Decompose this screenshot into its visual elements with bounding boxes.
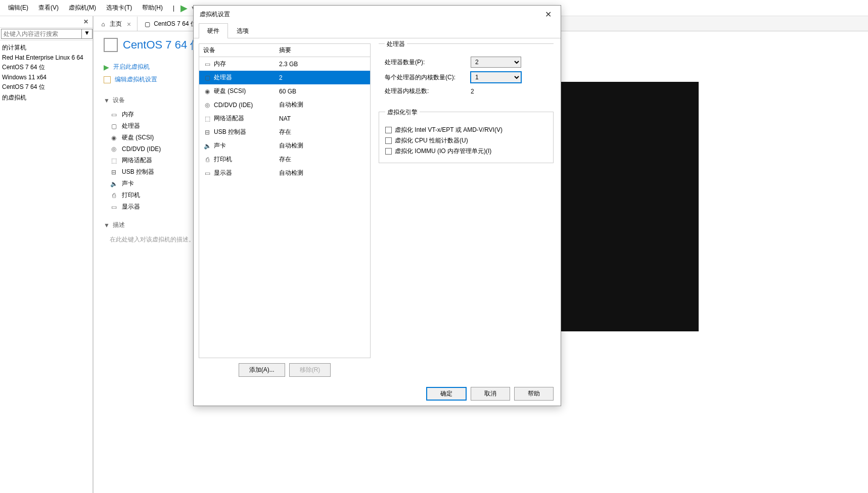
home-icon: ⌂ <box>100 21 107 28</box>
tab-close-icon[interactable]: × <box>127 20 131 28</box>
device-name: 网络适配器 <box>214 114 244 123</box>
device-name: 显示器 <box>214 169 232 177</box>
add-button[interactable]: 添加(A)... <box>239 363 285 377</box>
network-icon: ⬚ <box>203 115 211 123</box>
menu-edit[interactable]: 编辑(E) <box>4 2 32 14</box>
menu-help[interactable]: 帮助(H) <box>138 2 167 14</box>
device-name: 处理器 <box>122 122 140 130</box>
device-summary: 2.3 GB <box>275 58 370 70</box>
sound-icon: 🔈 <box>203 142 211 150</box>
device-name: 声卡 <box>122 179 134 188</box>
device-summary: 2 <box>275 71 370 84</box>
device-row[interactable]: 🔈声卡 自动检测 <box>199 139 370 153</box>
group-title: 虚拟化引擎 <box>385 108 420 117</box>
tree-item[interactable]: CentOS 7 64 位 <box>0 62 93 73</box>
cores-label: 每个处理器的内核数量(C): <box>385 73 471 82</box>
device-name: 网络适配器 <box>122 156 152 165</box>
device-row[interactable]: ⎙打印机 存在 <box>199 153 370 166</box>
vm-title-icon <box>104 38 118 52</box>
device-name: 硬盘 (SCSI) <box>122 133 154 142</box>
checkbox-label: 虚拟化 CPU 性能计数器(U) <box>395 136 468 145</box>
device-name: 打印机 <box>214 155 232 164</box>
cancel-button[interactable]: 取消 <box>471 387 510 401</box>
cpu-icon: ▢ <box>110 122 118 130</box>
tree-item[interactable]: Red Hat Enterprise Linux 6 64 <box>0 53 93 62</box>
menu-tabs[interactable]: 选项卡(T) <box>102 2 136 14</box>
tab-options[interactable]: 选项 <box>228 23 257 38</box>
ok-button[interactable]: 确定 <box>426 387 467 401</box>
device-name: USB 控制器 <box>214 128 246 136</box>
network-icon: ⬚ <box>110 157 118 165</box>
tree-item[interactable]: Windows 11 x64 <box>0 73 93 82</box>
menu-view[interactable]: 查看(V) <box>34 2 63 14</box>
play-icon[interactable]: ▶ <box>180 3 188 14</box>
collapse-icon: ▼ <box>104 97 110 104</box>
device-summary: 自动检测 <box>275 139 370 152</box>
sidebar-close-icon[interactable]: ✕ <box>80 17 92 26</box>
device-name: 内存 <box>214 60 226 68</box>
memory-icon: ▭ <box>203 60 211 68</box>
dialog-close-icon[interactable]: ✕ <box>542 9 555 20</box>
dialog-title: 虚拟机设置 <box>200 10 230 19</box>
menu-vm[interactable]: 虚拟机(M) <box>65 2 100 14</box>
device-name: 声卡 <box>214 141 226 150</box>
checkbox-icon[interactable] <box>385 148 392 155</box>
action-label: 开启此虚拟机 <box>113 63 150 71</box>
iommu-checkbox-row[interactable]: 虚拟化 IOMMU (IO 内存管理单元)(I) <box>385 146 547 157</box>
section-title: 设备 <box>113 96 125 105</box>
device-summary: 60 GB <box>275 85 370 97</box>
cpu-perf-checkbox-row[interactable]: 虚拟化 CPU 性能计数器(U) <box>385 135 547 146</box>
printer-icon: ⎙ <box>110 191 118 200</box>
device-summary: 存在 <box>275 153 370 166</box>
total-label: 处理器内核总数: <box>385 87 471 95</box>
tab-hardware[interactable]: 硬件 <box>199 23 228 38</box>
disk-icon: ◉ <box>110 134 118 142</box>
printer-icon: ⎙ <box>203 156 211 164</box>
device-name: 内存 <box>122 110 134 119</box>
cpu-icon: ▢ <box>203 74 211 82</box>
device-name: 打印机 <box>122 191 140 200</box>
device-summary: 存在 <box>275 126 370 138</box>
virtualization-engine-group: 虚拟化引擎 虚拟化 Intel VT-x/EPT 或 AMD-V/RVI(V) … <box>379 112 554 163</box>
remove-button: 移除(R) <box>289 363 331 377</box>
device-row[interactable]: ⊟USB 控制器 存在 <box>199 125 370 139</box>
tree-item[interactable]: CentOS 7 64 位 <box>0 82 93 92</box>
group-title: 处理器 <box>385 40 407 48</box>
device-row[interactable]: ◎CD/DVD (IDE) 自动检测 <box>199 98 370 112</box>
device-summary: 自动检测 <box>275 167 370 179</box>
checkbox-icon[interactable] <box>385 127 392 133</box>
sound-icon: 🔈 <box>110 180 118 188</box>
device-summary: NAT <box>275 112 370 125</box>
total-value: 2 <box>471 88 474 95</box>
device-name: 处理器 <box>214 73 232 82</box>
tab-home[interactable]: ⌂ 主页 × <box>94 16 138 31</box>
vtx-checkbox-row[interactable]: 虚拟化 Intel VT-x/EPT 或 AMD-V/RVI(V) <box>385 125 547 135</box>
device-row[interactable]: ⬚网络适配器 NAT <box>199 112 370 125</box>
settings-icon <box>104 76 111 83</box>
checkbox-label: 虚拟化 IOMMU (IO 内存管理单元)(I) <box>395 147 491 156</box>
tree-item[interactable]: 的虚拟机 <box>0 92 93 103</box>
section-title: 描述 <box>113 221 125 229</box>
device-row[interactable]: ▢处理器 2 <box>199 71 370 84</box>
checkbox-icon[interactable] <box>385 137 392 144</box>
display-icon: ▭ <box>110 203 118 211</box>
action-label: 编辑虚拟机设置 <box>115 75 157 84</box>
device-name: 硬盘 (SCSI) <box>214 87 246 95</box>
cd-icon: ◎ <box>203 101 211 109</box>
device-row[interactable]: ◉硬盘 (SCSI) 60 GB <box>199 84 370 98</box>
search-dropdown-icon[interactable]: ▼ <box>82 29 93 39</box>
device-row[interactable]: ▭显示器 自动检测 <box>199 166 370 180</box>
help-button[interactable]: 帮助 <box>514 387 554 401</box>
tab-label: CentOS 7 64 位 <box>154 20 197 28</box>
tree-item[interactable]: 的计算机 <box>0 42 93 53</box>
checkbox-label: 虚拟化 Intel VT-x/EPT 或 AMD-V/RVI(V) <box>395 126 502 134</box>
proc-count-select[interactable]: 2 <box>471 57 521 68</box>
vm-settings-dialog: 虚拟机设置 ✕ 硬件 选项 设备 摘要 ▭内存 2.3 GB ▢处理器 2 ◉硬… <box>193 5 561 406</box>
search-input[interactable] <box>1 29 82 39</box>
vm-title: CentOS 7 64 位 <box>123 37 201 53</box>
memory-icon: ▭ <box>110 111 118 119</box>
device-row[interactable]: ▭内存 2.3 GB <box>199 57 370 71</box>
device-name: CD/DVD (IDE) <box>214 102 253 109</box>
cores-select[interactable]: 1 <box>471 72 521 83</box>
usb-icon: ⊟ <box>203 128 211 136</box>
